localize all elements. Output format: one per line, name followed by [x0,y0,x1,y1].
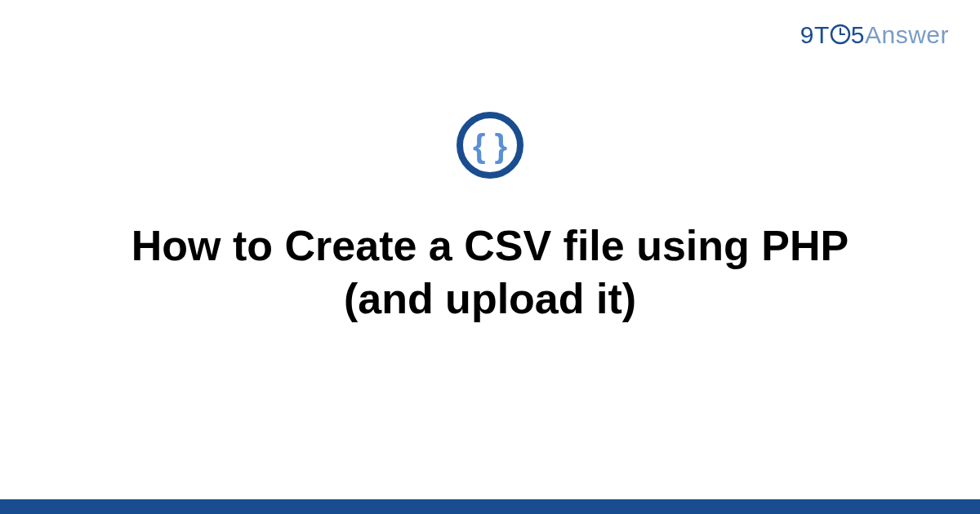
curly-braces-icon: { } [455,110,525,180]
brand-logo: 9T 5Answer [800,21,949,49]
clock-icon [830,24,851,45]
footer-bar [0,499,980,514]
brand-nine: 9 [800,21,814,48]
page-title: How to Create a CSV file using PHP (and … [82,219,898,326]
brand-t: T [814,21,830,48]
brand-five: 5 [851,21,865,48]
svg-text:{ }: { } [473,128,507,164]
main-content: { } How to Create a CSV file using PHP (… [0,110,980,326]
brand-answer: Answer [865,21,949,48]
